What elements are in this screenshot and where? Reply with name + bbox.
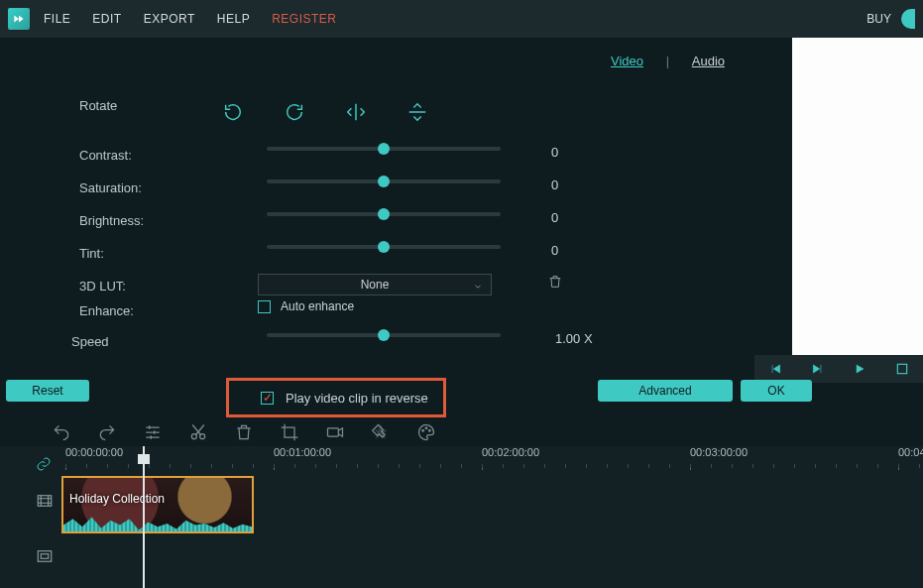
- svg-point-6: [429, 430, 431, 432]
- record-icon[interactable]: [325, 422, 345, 442]
- brightness-label: Brightness:: [79, 213, 208, 228]
- svg-rect-9: [41, 554, 49, 559]
- preview-pane: [792, 38, 923, 355]
- tab-separator: |: [666, 54, 669, 68]
- svg-point-5: [425, 427, 427, 429]
- saturation-label: Saturation:: [79, 180, 208, 195]
- lut-label: 3D LUT:: [79, 279, 208, 294]
- track-type-icons: [34, 490, 56, 567]
- timeline-ruler[interactable]: 00:00:00:00 00:01:00:00 00:02:00:00 00:0…: [61, 446, 923, 472]
- timeline-toolbar: [52, 416, 436, 448]
- flip-vertical-icon[interactable]: [406, 101, 428, 123]
- auto-enhance-label: Auto enhance: [281, 299, 354, 313]
- speed-label: Speed: [71, 334, 200, 349]
- slider-thumb[interactable]: [378, 208, 390, 220]
- ruler-tick: 00:04: [898, 446, 923, 458]
- saturation-slider[interactable]: [267, 179, 501, 183]
- slider-thumb[interactable]: [378, 176, 390, 187]
- tab-audio[interactable]: Audio: [692, 54, 725, 68]
- svg-point-4: [422, 430, 424, 432]
- buy-label[interactable]: BUY: [866, 12, 891, 26]
- redo-icon[interactable]: [97, 422, 117, 442]
- video-audio-tabs: Video | Audio: [611, 54, 725, 68]
- tint-label: Tint:: [79, 246, 208, 261]
- reverse-checkbox[interactable]: [261, 392, 274, 405]
- prev-frame-icon[interactable]: [764, 358, 786, 380]
- fullscreen-icon[interactable]: [891, 358, 913, 380]
- tab-video[interactable]: Video: [611, 54, 643, 68]
- ruler-tick: 00:01:00:00: [274, 446, 331, 458]
- menu-register[interactable]: REGISTER: [272, 12, 336, 26]
- speed-slider[interactable]: [267, 333, 501, 337]
- auto-enhance-row: Auto enhance: [258, 299, 354, 313]
- menu-export[interactable]: EXPORT: [144, 12, 195, 26]
- contrast-slider[interactable]: [267, 147, 501, 151]
- play-icon[interactable]: [849, 358, 870, 380]
- lut-dropdown[interactable]: None: [258, 274, 492, 295]
- contrast-value: 0: [551, 145, 558, 160]
- brightness-value: 0: [551, 210, 558, 225]
- video-track-icon[interactable]: [34, 490, 56, 512]
- adjust-icon[interactable]: [143, 422, 163, 442]
- app-logo: [8, 8, 30, 30]
- advanced-button[interactable]: Advanced: [598, 380, 733, 402]
- lut-selected-value: None: [361, 278, 390, 292]
- cut-icon[interactable]: [188, 422, 208, 442]
- rotate-icon-group: [222, 101, 428, 123]
- crop-icon[interactable]: [280, 422, 299, 442]
- video-clip[interactable]: Holiday Collection: [61, 476, 254, 533]
- rotate-label: Rotate: [79, 98, 208, 113]
- reset-button[interactable]: Reset: [6, 380, 89, 402]
- svg-rect-8: [38, 551, 52, 562]
- menu-edit[interactable]: EDIT: [92, 12, 121, 26]
- preview-transport: [754, 355, 923, 383]
- menu-help[interactable]: HELP: [217, 12, 250, 26]
- saturation-value: 0: [551, 177, 558, 192]
- link-icon[interactable]: [36, 456, 52, 475]
- ruler-tick: 00:02:00:00: [482, 446, 539, 458]
- playhead[interactable]: [143, 446, 145, 588]
- enhance-label: Enhance:: [79, 303, 208, 318]
- flip-horizontal-icon[interactable]: [345, 101, 367, 123]
- slider-thumb[interactable]: [378, 241, 390, 253]
- reverse-label: Play video clip in reverse: [286, 391, 428, 406]
- auto-enhance-checkbox[interactable]: [258, 300, 271, 313]
- slider-thumb[interactable]: [378, 329, 390, 341]
- pin-icon[interactable]: [371, 422, 391, 442]
- palette-icon[interactable]: [416, 422, 436, 442]
- tint-slider[interactable]: [267, 245, 501, 249]
- video-edit-panel: Video | Audio Rotate Contrast: 0 Saturat…: [0, 38, 923, 407]
- overlay-track-icon[interactable]: [34, 545, 56, 567]
- rotate-cw-icon[interactable]: [222, 101, 244, 123]
- contrast-label: Contrast:: [79, 148, 208, 163]
- undo-icon[interactable]: [52, 422, 71, 442]
- chevron-down-icon: [473, 281, 483, 294]
- brightness-slider[interactable]: [267, 212, 501, 216]
- next-frame-icon[interactable]: [807, 358, 829, 380]
- tint-value: 0: [551, 243, 558, 258]
- menubar: FILE EDIT EXPORT HELP REGISTER BUY: [0, 0, 923, 38]
- timeline: 00:00:00:00 00:01:00:00 00:02:00:00 00:0…: [0, 446, 923, 588]
- lut-delete-icon[interactable]: [547, 274, 563, 293]
- svg-rect-7: [38, 496, 52, 507]
- speed-value: 1.00 X: [555, 331, 593, 346]
- delete-icon[interactable]: [234, 422, 254, 442]
- rotate-ccw-icon[interactable]: [284, 101, 305, 123]
- ruler-tick: 00:00:00:00: [65, 446, 123, 458]
- ruler-tick: 00:03:00:00: [690, 446, 748, 458]
- svg-rect-0: [897, 364, 906, 373]
- reverse-highlight-box: Play video clip in reverse: [226, 378, 446, 417]
- svg-rect-3: [328, 428, 339, 436]
- clip-title: Holiday Collection: [69, 492, 165, 506]
- menu-file[interactable]: FILE: [44, 12, 70, 26]
- buy-pill[interactable]: [901, 9, 915, 29]
- slider-thumb[interactable]: [378, 143, 390, 155]
- ok-button[interactable]: OK: [741, 380, 812, 402]
